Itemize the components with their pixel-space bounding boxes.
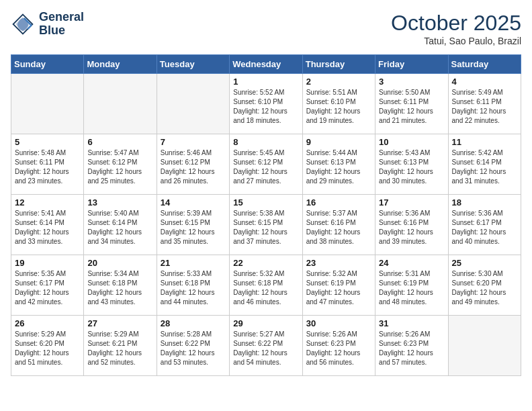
day-number: 29 [233, 318, 298, 328]
calendar-cell: 9Sunrise: 5:44 AM Sunset: 6:13 PM Daylig… [302, 134, 375, 195]
calendar-cell [11, 74, 84, 134]
day-info: Sunrise: 5:32 AM Sunset: 6:19 PM Dayligh… [306, 269, 371, 307]
day-number: 14 [161, 197, 226, 208]
day-number: 15 [233, 197, 298, 208]
day-info: Sunrise: 5:26 AM Sunset: 6:23 PM Dayligh… [379, 330, 444, 367]
calendar-cell: 18Sunrise: 5:36 AM Sunset: 6:17 PM Dayli… [448, 195, 521, 255]
day-info: Sunrise: 5:29 AM Sunset: 6:21 PM Dayligh… [87, 330, 152, 367]
logo-line2: Blue [39, 24, 84, 38]
calendar-table: SundayMondayTuesdayWednesdayThursdayFrid… [11, 54, 521, 376]
day-info: Sunrise: 5:50 AM Sunset: 6:11 PM Dayligh… [379, 88, 444, 126]
calendar-week-1: 1Sunrise: 5:52 AM Sunset: 6:10 PM Daylig… [11, 74, 521, 134]
calendar-cell: 3Sunrise: 5:50 AM Sunset: 6:11 PM Daylig… [375, 74, 448, 134]
day-number: 16 [306, 197, 371, 208]
logo-line1: General [39, 11, 84, 24]
day-number: 11 [452, 137, 517, 147]
header-monday: Monday [84, 55, 157, 74]
day-info: Sunrise: 5:29 AM Sunset: 6:20 PM Dayligh… [15, 330, 80, 367]
day-info: Sunrise: 5:34 AM Sunset: 6:18 PM Dayligh… [87, 269, 152, 307]
header-sunday: Sunday [11, 55, 84, 74]
day-number: 25 [452, 258, 517, 268]
day-info: Sunrise: 5:43 AM Sunset: 6:13 PM Dayligh… [379, 148, 444, 186]
day-number: 9 [306, 137, 371, 147]
calendar-cell: 25Sunrise: 5:30 AM Sunset: 6:20 PM Dayli… [448, 255, 521, 316]
calendar-cell: 28Sunrise: 5:28 AM Sunset: 6:22 PM Dayli… [157, 316, 229, 376]
day-number: 17 [379, 197, 444, 208]
calendar-cell: 24Sunrise: 5:31 AM Sunset: 6:19 PM Dayli… [375, 255, 448, 316]
calendar-cell: 12Sunrise: 5:41 AM Sunset: 6:14 PM Dayli… [11, 195, 84, 255]
day-info: Sunrise: 5:28 AM Sunset: 6:22 PM Dayligh… [161, 330, 226, 367]
day-number: 13 [87, 197, 152, 208]
header-tuesday: Tuesday [157, 55, 229, 74]
page-header: General Blue October 2025 Tatui, Sao Pau… [11, 11, 521, 46]
calendar-cell: 10Sunrise: 5:43 AM Sunset: 6:13 PM Dayli… [375, 134, 448, 195]
calendar-cell: 21Sunrise: 5:33 AM Sunset: 6:18 PM Dayli… [157, 255, 229, 316]
calendar-cell: 26Sunrise: 5:29 AM Sunset: 6:20 PM Dayli… [11, 316, 84, 376]
day-number: 23 [306, 258, 371, 268]
day-number: 30 [306, 318, 371, 328]
calendar-cell: 23Sunrise: 5:32 AM Sunset: 6:19 PM Dayli… [302, 255, 375, 316]
day-number: 21 [161, 258, 226, 268]
day-number: 28 [161, 318, 226, 328]
calendar-week-3: 12Sunrise: 5:41 AM Sunset: 6:14 PM Dayli… [11, 195, 521, 255]
day-number: 26 [15, 318, 80, 328]
location: Tatui, Sao Paulo, Brazil [391, 36, 521, 46]
logo-icon [11, 12, 35, 36]
day-info: Sunrise: 5:38 AM Sunset: 6:15 PM Dayligh… [233, 209, 298, 246]
day-number: 18 [452, 197, 517, 208]
calendar-cell: 11Sunrise: 5:42 AM Sunset: 6:14 PM Dayli… [448, 134, 521, 195]
day-info: Sunrise: 5:30 AM Sunset: 6:20 PM Dayligh… [452, 269, 517, 307]
day-info: Sunrise: 5:32 AM Sunset: 6:18 PM Dayligh… [233, 269, 298, 307]
calendar-cell [448, 316, 521, 376]
day-info: Sunrise: 5:26 AM Sunset: 6:23 PM Dayligh… [306, 330, 371, 367]
calendar-cell: 2Sunrise: 5:51 AM Sunset: 6:10 PM Daylig… [302, 74, 375, 134]
day-number: 27 [87, 318, 152, 328]
day-info: Sunrise: 5:41 AM Sunset: 6:14 PM Dayligh… [15, 209, 80, 246]
calendar-cell: 13Sunrise: 5:40 AM Sunset: 6:14 PM Dayli… [84, 195, 157, 255]
calendar-cell: 30Sunrise: 5:26 AM Sunset: 6:23 PM Dayli… [302, 316, 375, 376]
day-info: Sunrise: 5:46 AM Sunset: 6:12 PM Dayligh… [161, 148, 226, 186]
logo-text: General Blue [39, 11, 84, 38]
calendar-cell: 5Sunrise: 5:48 AM Sunset: 6:11 PM Daylig… [11, 134, 84, 195]
day-number: 20 [87, 258, 152, 268]
day-info: Sunrise: 5:49 AM Sunset: 6:11 PM Dayligh… [452, 88, 517, 126]
calendar-cell: 31Sunrise: 5:26 AM Sunset: 6:23 PM Dayli… [375, 316, 448, 376]
day-number: 4 [452, 77, 517, 87]
calendar-cell [157, 74, 229, 134]
day-info: Sunrise: 5:44 AM Sunset: 6:13 PM Dayligh… [306, 148, 371, 186]
day-number: 10 [379, 137, 444, 147]
day-info: Sunrise: 5:36 AM Sunset: 6:17 PM Dayligh… [452, 209, 517, 246]
day-info: Sunrise: 5:48 AM Sunset: 6:11 PM Dayligh… [15, 148, 80, 186]
day-info: Sunrise: 5:33 AM Sunset: 6:18 PM Dayligh… [161, 269, 226, 307]
header-wednesday: Wednesday [230, 55, 302, 74]
day-info: Sunrise: 5:36 AM Sunset: 6:16 PM Dayligh… [379, 209, 444, 246]
day-number: 31 [379, 318, 444, 328]
day-info: Sunrise: 5:52 AM Sunset: 6:10 PM Dayligh… [233, 88, 298, 126]
day-number: 24 [379, 258, 444, 268]
calendar-cell: 8Sunrise: 5:45 AM Sunset: 6:12 PM Daylig… [230, 134, 302, 195]
header-saturday: Saturday [448, 55, 521, 74]
calendar-cell: 4Sunrise: 5:49 AM Sunset: 6:11 PM Daylig… [448, 74, 521, 134]
day-info: Sunrise: 5:39 AM Sunset: 6:15 PM Dayligh… [161, 209, 226, 246]
calendar-cell [84, 74, 157, 134]
calendar-week-2: 5Sunrise: 5:48 AM Sunset: 6:11 PM Daylig… [11, 134, 521, 195]
header-thursday: Thursday [302, 55, 375, 74]
day-number: 1 [233, 77, 298, 87]
logo: General Blue [11, 11, 84, 38]
calendar-week-4: 19Sunrise: 5:35 AM Sunset: 6:17 PM Dayli… [11, 255, 521, 316]
day-number: 7 [161, 137, 226, 147]
day-info: Sunrise: 5:35 AM Sunset: 6:17 PM Dayligh… [15, 269, 80, 307]
calendar-cell: 22Sunrise: 5:32 AM Sunset: 6:18 PM Dayli… [230, 255, 302, 316]
day-info: Sunrise: 5:31 AM Sunset: 6:19 PM Dayligh… [379, 269, 444, 307]
calendar-cell: 1Sunrise: 5:52 AM Sunset: 6:10 PM Daylig… [230, 74, 302, 134]
day-info: Sunrise: 5:40 AM Sunset: 6:14 PM Dayligh… [87, 209, 152, 246]
title-block: October 2025 Tatui, Sao Paulo, Brazil [391, 11, 521, 46]
calendar-cell: 27Sunrise: 5:29 AM Sunset: 6:21 PM Dayli… [84, 316, 157, 376]
day-number: 8 [233, 137, 298, 147]
day-number: 22 [233, 258, 298, 268]
day-info: Sunrise: 5:45 AM Sunset: 6:12 PM Dayligh… [233, 148, 298, 186]
day-number: 6 [87, 137, 152, 147]
calendar-cell: 17Sunrise: 5:36 AM Sunset: 6:16 PM Dayli… [375, 195, 448, 255]
header-friday: Friday [375, 55, 448, 74]
day-number: 3 [379, 77, 444, 87]
